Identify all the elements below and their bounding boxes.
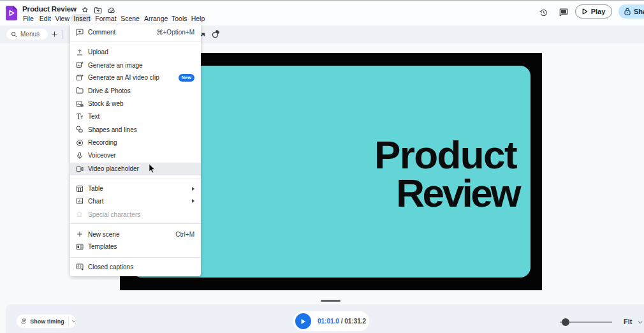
svg-text:Ω: Ω <box>77 211 82 218</box>
